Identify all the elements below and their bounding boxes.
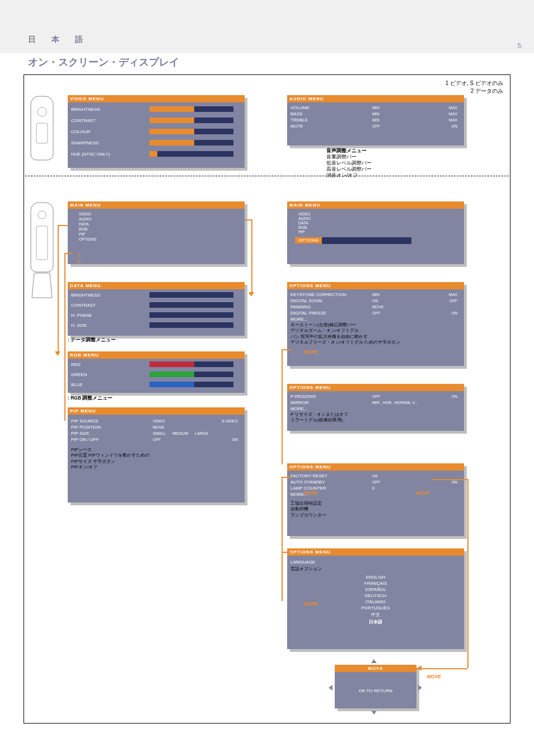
menu-item-label: VOLUME: [291, 105, 369, 110]
lang-option: 中文: [287, 611, 464, 618]
menu-item-label: BLUE: [71, 382, 149, 387]
options-menu-header: OPTIONS MENU: [287, 384, 464, 391]
menu-item-label: COLOUR: [71, 129, 149, 134]
menu-item-label: PIP ON / OFF: [71, 437, 149, 442]
move-panel: MOVE OK TO RETURN: [335, 665, 416, 708]
callout-more: MORE: [304, 601, 318, 607]
video-menu-panel: VIDEO MENU BRIGHTNESS CONTRAST COLOUR SH…: [68, 95, 245, 168]
menu-item: AUDIO: [76, 217, 237, 221]
pip-notes: PIPンース PIP位置 PIPウィンドウを動かすための PIPサイズ 十字ボタ…: [71, 447, 248, 471]
main-menu-header: MAIN MENU: [68, 201, 245, 209]
menu-item-label: MORE...: [291, 317, 369, 322]
menu-item-label: DIGITAL FREEZE: [291, 311, 369, 316]
menu-item-label: TREBLE: [291, 118, 369, 123]
page-number: 5.: [518, 42, 523, 49]
options-menu-panel-2: OPTIONS MENU P-RESIZINGOFFON MIRRORMIR..…: [287, 384, 464, 431]
options-menu-header: OPTIONS MENU: [287, 282, 464, 289]
pip-menu-header: PIP MENU: [68, 407, 245, 415]
menu-item-label: PANNING: [291, 304, 369, 309]
menu-item-label: PIP SIZE: [71, 431, 149, 436]
menu-item-label: H. SIZE: [71, 323, 149, 328]
menu-item: VIDEO: [295, 212, 456, 216]
audio-menu-panel: AUDIO MENU VOLUMEMINMAX BASSMINMAX TREBL…: [287, 95, 464, 145]
main-menu-header: MAIN MENU: [287, 201, 464, 209]
menu-item-label: MIRROR: [291, 400, 369, 405]
menu-item-label: P-RESIZING: [291, 394, 369, 399]
arrow-right-icon: [418, 685, 422, 691]
audio-menu-header: AUDIO MENU: [287, 95, 464, 102]
callout-move: MOVE: [427, 674, 441, 679]
menu-item-label: BRIGHTNESS: [71, 293, 149, 298]
lang-option: ENGLISH: [287, 574, 464, 580]
move-header: MOVE: [335, 665, 416, 672]
callout-move: MOVE: [416, 490, 430, 496]
menu-item-label: AUTO STANDBY: [291, 480, 369, 485]
menu-item-label: PIP POSITION: [71, 425, 149, 430]
options4-notes: 言語オプション: [291, 566, 467, 572]
remote-icon: [29, 95, 55, 169]
menu-item: DATA: [295, 221, 456, 225]
menu-item-label: MUTE: [291, 124, 369, 129]
menu-item-label: DIGITAL ZOOM: [291, 298, 369, 303]
rgb-menu-panel: RGB MENU RED GREEN BLUE: [68, 351, 245, 393]
options-menu-header: OPTIONS MENU: [287, 548, 464, 556]
menu-item-label: GREEN: [71, 372, 149, 377]
lang-option-selected: 日本語: [287, 618, 464, 626]
menu-item-label: PIP SOURCE: [71, 419, 149, 424]
menu-item: VIDEO: [76, 212, 237, 216]
menu-item: AUDIO: [295, 217, 456, 220]
menu-item-label: LAMP COUNTER: [291, 486, 369, 491]
data-menu-header: DATA MENU: [68, 282, 245, 289]
page-title: オン・スクリーン・ディスプレイ: [0, 53, 534, 71]
content-frame: 1 ビデオ, S ビデオのみ 2 データのみ VIDEO MENU BRIGHT…: [24, 74, 510, 724]
menu-item: PIP: [76, 232, 237, 236]
lang-option: ESPAÑOL: [287, 586, 464, 593]
callout-more: MORE: [304, 490, 318, 496]
footnote-2: 2 データのみ: [471, 87, 503, 95]
options1-notes: キーストーン(台形)補正調整バー デジタルズーム・オン/オフトグル パン 投写中…: [291, 322, 467, 346]
arrow-left-icon: [329, 685, 332, 691]
main-menu-panel-2: MAIN MENU VIDEO AUDIO DATA RGB PIP OPTIO…: [287, 201, 464, 264]
menu-item: DATA: [76, 222, 237, 226]
options-menu-header: OPTIONS MENU: [287, 463, 464, 471]
menu-item-label: HUE (NTSC ONLY): [71, 152, 149, 157]
move-text: OK TO RETURN: [335, 688, 416, 694]
menu-item-label: MORE...: [291, 406, 369, 411]
audio-notes: 音量調整バー 低音レベル調整バー 高音レベル調整バー 消音オン/オフ: [326, 154, 372, 178]
rgb-menu-header: RGB MENU: [68, 351, 245, 359]
menu-item-label: LANGUAGE: [291, 560, 369, 565]
menu-item: PIP: [295, 230, 456, 234]
arrow-up-icon: [371, 659, 377, 663]
audio-sub: 音声調整メニュー: [326, 148, 367, 153]
options2-notes: P リサイズ・オンまたはオフ ミラートグル(鏡像効果用): [291, 412, 467, 424]
menu-item-label: BASS: [291, 111, 369, 116]
callout-2: 2: [78, 259, 81, 264]
footnote-1: 1 ビデオ, S ビデオのみ: [446, 79, 503, 87]
options-menu-panel-4: OPTIONS MENU LANGUAGE 言語オプション ENGLISH FR…: [287, 548, 464, 649]
menu-item-label: CONTRAST: [71, 303, 149, 308]
menu-item-label: SHARPNESS: [71, 140, 149, 145]
menu-item: RGB: [76, 227, 237, 231]
top-banner: 日 本 語 5.: [0, 0, 534, 53]
menu-item-label: FACTORY RESET: [291, 473, 369, 478]
menu-item-label: KEYSTONE CORRECTION: [291, 292, 369, 297]
main-menu-panel: MAIN MENU VIDEO AUDIO DATA RGB PIP OPTIO…: [68, 201, 245, 264]
menu-item-label: H. PHASE: [71, 313, 149, 318]
data-menu-panel: DATA MENU BRIGHTNESS CONTRAST H. PHASE H…: [68, 282, 245, 336]
remote-icon: [29, 201, 55, 303]
lang-option: FRANÇAIS: [287, 580, 464, 586]
callout-more: MORE: [304, 349, 318, 355]
rgb-sub: : RGB 調整メニュー: [68, 395, 113, 401]
pip-menu-panel: PIP MENU PIP SOURCEVIDEOS-VIDEO PIP POSI…: [68, 407, 245, 503]
callout-1: 1: [78, 252, 81, 257]
arrow-down-icon: [371, 711, 377, 715]
lang-option: DEUTSCH: [287, 593, 464, 599]
section-label: 日 本 語: [28, 35, 90, 45]
menu-item-label: BRIGHTNESS: [71, 107, 149, 112]
menu-item-label: RED: [71, 362, 149, 367]
menu-item-label: MORE...: [291, 492, 369, 497]
video-menu-header: VIDEO MENU: [68, 95, 245, 102]
menu-item: RGB: [295, 226, 456, 229]
menu-item: OPTIONS: [76, 237, 237, 241]
menu-item-label: CONTRAST: [71, 118, 149, 123]
